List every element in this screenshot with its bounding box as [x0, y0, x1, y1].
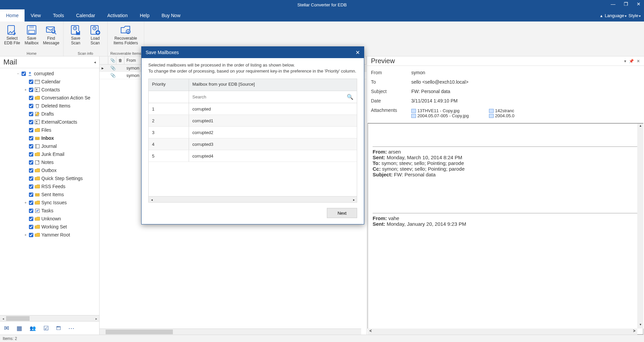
tree-checkbox[interactable]: [29, 176, 33, 181]
tree-item[interactable]: Junk Email: [0, 150, 99, 158]
mailbox-row[interactable]: 3corrupted2: [149, 127, 357, 138]
tree-item[interactable]: Files: [0, 126, 99, 134]
tree-checkbox[interactable]: [29, 112, 33, 116]
tree-item[interactable]: Calendar: [0, 78, 99, 86]
find-message-button[interactable]: Find Message: [42, 24, 61, 51]
window-minimize[interactable]: —: [609, 1, 617, 7]
nav-notes-icon[interactable]: 🗔: [56, 326, 61, 331]
tree-checkbox[interactable]: [29, 217, 33, 221]
save-mailbox-icon: [26, 24, 37, 36]
tree-checkbox[interactable]: [29, 136, 33, 140]
tree-item[interactable]: Quick Step Settings: [0, 174, 99, 182]
trash-icon: [35, 103, 40, 108]
tree-item[interactable]: +Yammer Root: [0, 231, 99, 239]
tree-checkbox[interactable]: [29, 184, 33, 189]
attachment-item[interactable]: 142stranc: [489, 108, 515, 113]
mailbox-row[interactable]: 1corrupted: [149, 103, 357, 115]
tree-item[interactable]: +Contacts: [0, 86, 99, 94]
tree-item[interactable]: Working Set: [0, 223, 99, 231]
grid-hscroll[interactable]: [100, 329, 361, 335]
svg-rect-2: [29, 26, 34, 28]
next-button[interactable]: Next: [327, 208, 357, 218]
col-expand[interactable]: [100, 56, 108, 64]
attachment-item[interactable]: 2004.05.0: [489, 113, 515, 118]
save-scan-button[interactable]: Save Scan: [66, 24, 85, 51]
tree-item[interactable]: Sent Items: [0, 190, 99, 199]
recoverable-folders-button[interactable]: Recoverable Items Folders: [111, 24, 141, 51]
tree-checkbox[interactable]: [29, 120, 33, 124]
col-delete-icon[interactable]: 🗑: [116, 56, 124, 64]
tree-item[interactable]: Unknown: [0, 215, 99, 223]
mailbox-row[interactable]: 5corrupted4: [149, 150, 357, 162]
tree-checkbox[interactable]: [29, 88, 33, 92]
tree-item[interactable]: Inbox: [0, 134, 99, 142]
tree-item[interactable]: ExternalContacts: [0, 118, 99, 126]
tab-view[interactable]: View: [25, 9, 47, 22]
nav-people-icon[interactable]: 👥: [30, 325, 36, 331]
col-attachment-icon[interactable]: 📎: [108, 56, 116, 64]
tree-checkbox[interactable]: [29, 168, 33, 173]
preview-dropdown-icon[interactable]: ▾: [624, 59, 626, 63]
preview-pin-icon[interactable]: 📌: [629, 59, 634, 63]
tree-checkbox[interactable]: [29, 233, 33, 237]
nav-mail-icon[interactable]: ✉: [4, 325, 9, 332]
nav-tasks-icon[interactable]: ☑: [43, 325, 49, 332]
tree-checkbox[interactable]: [29, 209, 33, 213]
tree-checkbox[interactable]: [29, 225, 33, 229]
tree-item[interactable]: Deleted Items: [0, 102, 99, 110]
svg-rect-10: [77, 31, 79, 32]
attachment-item[interactable]: 13THVE11 - Copy.jpg: [411, 108, 469, 113]
preview-hscroll[interactable]: <>: [368, 329, 637, 335]
tree-item[interactable]: Outbox: [0, 166, 99, 174]
preview-vscroll[interactable]: ▴▾: [637, 124, 643, 329]
notes-icon: [35, 160, 40, 165]
nav-calendar-icon[interactable]: ▦: [16, 325, 22, 332]
mailbox-row[interactable]: 4corrupted3: [149, 138, 357, 150]
tree-checkbox[interactable]: [29, 160, 33, 165]
tab-activation[interactable]: Activation: [101, 9, 134, 22]
select-edb-button[interactable]: Select EDB File: [3, 24, 22, 51]
tab-home[interactable]: Home: [0, 9, 25, 22]
collapse-left-icon[interactable]: ◂: [94, 60, 96, 65]
language-dropdown[interactable]: Language: [605, 13, 627, 18]
tab-tools[interactable]: Tools: [47, 9, 70, 22]
tree-item[interactable]: RSS Feeds: [0, 182, 99, 190]
save-mailbox-button[interactable]: Save Mailbox: [22, 24, 41, 51]
tree-item[interactable]: Journal: [0, 142, 99, 150]
preview-close-icon[interactable]: ✕: [637, 59, 640, 63]
tree-checkbox[interactable]: [29, 144, 33, 148]
tab-buy-now[interactable]: Buy Now: [155, 9, 186, 22]
nav-more-icon[interactable]: ⋯: [68, 325, 74, 332]
tree-checkbox[interactable]: [29, 201, 33, 205]
tree-checkbox[interactable]: [29, 96, 33, 100]
search-icon[interactable]: 🔍: [347, 94, 353, 100]
svg-rect-25: [35, 144, 39, 148]
tree-item[interactable]: Conversation Action Se: [0, 94, 99, 102]
tree-checkbox[interactable]: [29, 152, 33, 157]
tab-help[interactable]: Help: [134, 9, 156, 22]
tree-checkbox[interactable]: [22, 72, 26, 76]
tree-item[interactable]: +Sync Issues: [0, 199, 99, 207]
search-input[interactable]: [192, 94, 344, 99]
tree-item[interactable]: Notes: [0, 158, 99, 166]
tree-hscroll[interactable]: ◂▸: [0, 315, 99, 321]
load-scan-button[interactable]: Load Scan: [86, 24, 105, 51]
attachment-item[interactable]: 2004.05.07-005 - Copy.jpg: [411, 113, 469, 118]
style-dropdown[interactable]: Style: [629, 13, 641, 18]
tree-item[interactable]: Tasks: [0, 207, 99, 215]
mailbox-row[interactable]: 2corrupted1: [149, 115, 357, 127]
dialog-hscroll[interactable]: ◂▸: [149, 196, 357, 202]
window-close[interactable]: ✕: [635, 1, 643, 7]
dialog-close-button[interactable]: ✕: [355, 49, 360, 56]
tree-root[interactable]: −corrupted: [0, 70, 99, 78]
tree-checkbox[interactable]: [29, 128, 33, 132]
tree-item[interactable]: Drafts: [0, 110, 99, 118]
tree-checkbox[interactable]: [29, 193, 33, 197]
col-mailbox[interactable]: Mailbox from your EDB [Source]: [189, 79, 357, 91]
window-maximize[interactable]: ❐: [622, 1, 630, 7]
tree-checkbox[interactable]: [29, 104, 33, 108]
svg-point-20: [36, 89, 37, 90]
tree-checkbox[interactable]: [29, 80, 33, 84]
tab-calendar[interactable]: Calendar: [70, 9, 101, 22]
col-priority[interactable]: Priority: [149, 79, 189, 91]
